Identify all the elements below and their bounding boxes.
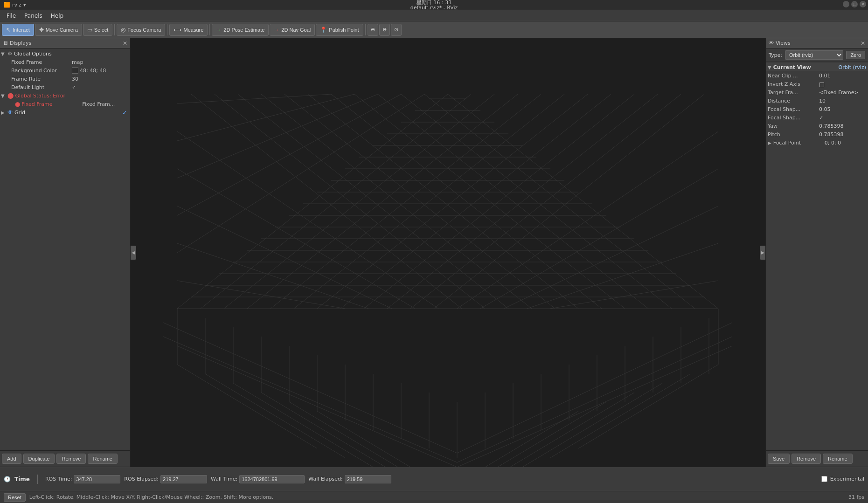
3d-viewport[interactable]: ◀ ▶ — [131, 38, 765, 467]
interact-button[interactable]: ↖ Interact — [2, 24, 34, 36]
2d-pose-estimate-label: 2D Pose Estimate — [223, 27, 264, 33]
ros-time-label: ROS Time: — [45, 476, 72, 482]
displays-panel-close-button[interactable]: ✕ — [123, 40, 127, 47]
app-dropdown-icon[interactable]: ▾ — [23, 2, 26, 8]
zoom-reset-button[interactable]: ⊙ — [391, 24, 402, 36]
grid-checkbox[interactable]: ✓ — [122, 109, 127, 116]
grid-row[interactable]: ▶ 👁 Grid ✓ — [0, 108, 130, 117]
current-view-header[interactable]: ▼ Current View Orbit (rviz) — [766, 63, 868, 71]
status-fixed-frame-value: Fixed Fram... — [82, 101, 115, 107]
global-status-row[interactable]: ▼ ⬤ Global Status: Error — [0, 91, 130, 100]
ros-time-input[interactable] — [74, 475, 120, 483]
focus-camera-button[interactable]: ◎ Focus Camera — [117, 24, 165, 36]
views-remove-button[interactable]: Remove — [792, 454, 821, 464]
experimental-checkbox[interactable] — [821, 476, 827, 482]
zoom-in-button[interactable]: ⊕ — [368, 24, 378, 36]
grid-expand-icon[interactable]: ▶ — [1, 110, 6, 115]
select-button[interactable]: ▭ Select — [83, 24, 113, 36]
window-controls: ─ □ ✕ — [843, 1, 866, 7]
publish-point-label: Publish Point — [329, 27, 359, 33]
fixed-frame-label: Fixed Frame — [11, 59, 72, 65]
pitch-row[interactable]: Pitch 0.785398 — [766, 130, 868, 138]
global-status-expand-icon[interactable]: ▼ — [1, 93, 6, 98]
wall-elapsed-label: Wall Elapsed: — [308, 476, 342, 482]
zoom-out-button[interactable]: ⊖ — [379, 24, 390, 36]
left-panel-resize-handle[interactable]: ◀ — [131, 246, 136, 260]
duplicate-button[interactable]: Duplicate — [23, 454, 55, 464]
distance-row[interactable]: Distance 10 — [766, 96, 868, 105]
current-view-expand-icon[interactable]: ▼ — [768, 65, 771, 70]
invert-z-row[interactable]: Invert Z Axis □ — [766, 80, 868, 88]
current-view-type: Orbit (rviz) — [839, 64, 866, 70]
publish-point-button[interactable]: 📍 Publish Point — [316, 24, 363, 36]
frame-rate-row[interactable]: Frame Rate 30 — [0, 75, 130, 83]
experimental-section: Experimental — [821, 476, 864, 482]
menu-panels[interactable]: Panels — [21, 12, 46, 20]
background-color-swatch[interactable] — [72, 67, 78, 74]
status-fixed-frame-err-icon: ⬤ — [15, 102, 20, 107]
right-panel-resize-handle[interactable]: ▶ — [760, 246, 765, 260]
displays-panel-header: 🖥 Displays ✕ — [0, 38, 130, 48]
default-light-row[interactable]: Default Light ✓ — [0, 83, 130, 91]
maximize-button[interactable]: □ — [851, 1, 858, 7]
global-options-expand-icon[interactable]: ▼ — [1, 51, 6, 56]
background-color-row[interactable]: Background Color 48; 48; 48 — [0, 66, 130, 75]
distance-label: Distance — [768, 98, 819, 104]
menubar: File Panels Help — [0, 10, 868, 21]
global-status-error-icon: ⬤ — [7, 92, 14, 99]
global-options-label: Global Options — [14, 51, 52, 57]
time-title: Time — [14, 476, 30, 482]
publish-point-icon: 📍 — [320, 27, 327, 33]
focal-point-expand-icon[interactable]: ▶ — [768, 140, 771, 145]
yaw-row[interactable]: Yaw 0.785398 — [766, 122, 868, 130]
near-clip-row[interactable]: Near Clip ... 0.01 — [766, 71, 868, 80]
grid-label: Grid — [14, 110, 25, 116]
move-camera-label: Move Camera — [46, 27, 78, 33]
experimental-label: Experimental — [830, 476, 864, 482]
global-options-icon: ⚙ — [7, 50, 13, 57]
menu-help[interactable]: Help — [47, 12, 67, 20]
background-color-value: 48; 48; 48 — [72, 67, 106, 74]
time-panel: 🕐 Time ROS Time: ROS Elapsed: Wall Time:… — [0, 467, 868, 491]
rename-button[interactable]: Rename — [88, 454, 118, 464]
fixed-frame-value: map — [72, 59, 83, 65]
measure-button[interactable]: ⟷ Measure — [169, 24, 208, 36]
focal-shape-size-row[interactable]: Focal Shap... 0.05 — [766, 105, 868, 113]
views-save-button[interactable]: Save — [768, 454, 790, 464]
grid-eye-icon: 👁 — [7, 109, 13, 116]
menu-file[interactable]: File — [3, 12, 20, 20]
target-frame-row[interactable]: Target Fra... <Fixed Frame> — [766, 88, 868, 96]
2d-pose-estimate-button[interactable]: → 2D Pose Estimate — [212, 24, 269, 36]
views-zero-button[interactable]: Zero — [846, 51, 865, 59]
interact-label: Interact — [13, 27, 30, 33]
invert-z-checkbox[interactable]: □ — [819, 81, 866, 88]
status-help-text: Left-Click: Rotate. Middle-Click: Move X… — [29, 494, 274, 500]
ros-elapsed-input[interactable] — [160, 475, 207, 483]
2d-nav-goal-icon: → — [274, 27, 279, 33]
displays-tree: ▼ ⚙ Global Options Fixed Frame map Backg… — [0, 48, 130, 450]
reset-button[interactable]: Reset — [4, 493, 26, 502]
global-options-row[interactable]: ▼ ⚙ Global Options — [0, 49, 130, 58]
focus-camera-label: Focus Camera — [127, 27, 161, 33]
views-rename-button[interactable]: Rename — [823, 454, 853, 464]
focal-shape-fixed-row[interactable]: Focal Shap... ✓ — [766, 113, 868, 122]
select-icon: ▭ — [87, 27, 92, 33]
app-icon: 🟧 — [4, 2, 10, 8]
add-button[interactable]: Add — [2, 454, 21, 464]
status-fixed-frame-row[interactable]: ⬤ Fixed Frame Fixed Fram... — [0, 100, 130, 108]
2d-nav-goal-button[interactable]: → 2D Nav Goal — [270, 24, 315, 36]
close-button[interactable]: ✕ — [860, 1, 866, 7]
focal-shape-size-value: 0.05 — [819, 106, 866, 112]
focal-point-row[interactable]: ▶ Focal Point 0; 0; 0 — [766, 138, 868, 147]
fixed-frame-row[interactable]: Fixed Frame map — [0, 58, 130, 66]
views-type-select[interactable]: Orbit (rviz) — [785, 50, 843, 60]
remove-button[interactable]: Remove — [56, 454, 86, 464]
views-title-label: Views — [776, 40, 791, 46]
wall-time-input[interactable] — [239, 475, 305, 483]
move-camera-button[interactable]: ✥ Move Camera — [35, 24, 82, 36]
views-panel-close-button[interactable]: ✕ — [861, 40, 865, 47]
minimize-button[interactable]: ─ — [843, 1, 849, 7]
app-name-label: rviz — [12, 2, 21, 8]
displays-title-label: Displays — [10, 40, 31, 46]
wall-elapsed-input[interactable] — [345, 475, 391, 483]
